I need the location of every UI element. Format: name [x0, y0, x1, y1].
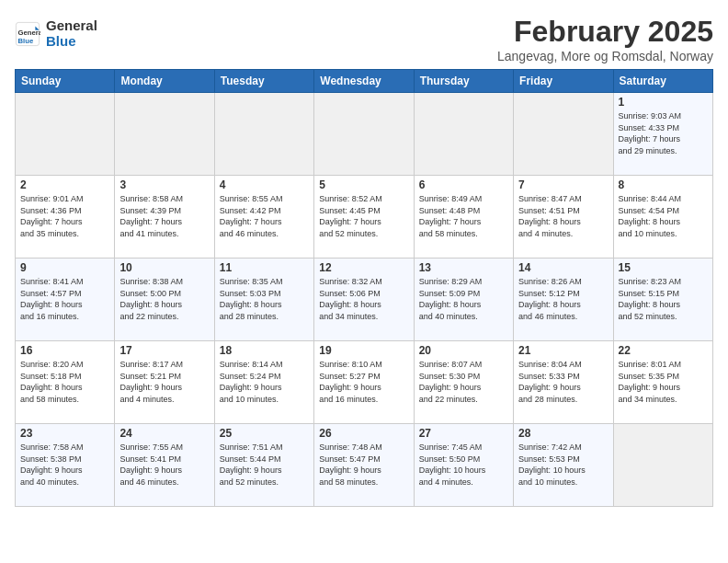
day-number: 4 [220, 178, 309, 191]
calendar-table: SundayMondayTuesdayWednesdayThursdayFrid… [15, 69, 713, 507]
day-info: Sunrise: 8:32 AM Sunset: 5:06 PM Dayligh… [319, 276, 408, 322]
day-info: Sunrise: 8:41 AM Sunset: 4:57 PM Dayligh… [20, 276, 109, 322]
svg-text:Blue: Blue [18, 36, 34, 44]
day-info: Sunrise: 7:58 AM Sunset: 5:38 PM Dayligh… [20, 442, 109, 488]
day-number: 21 [518, 344, 608, 357]
day-number: 3 [119, 178, 209, 191]
day-number: 2 [20, 178, 109, 191]
day-number: 10 [119, 261, 209, 274]
calendar-cell: 25Sunrise: 7:51 AM Sunset: 5:44 PM Dayli… [214, 424, 313, 507]
day-number: 6 [419, 178, 508, 191]
day-info: Sunrise: 8:49 AM Sunset: 4:48 PM Dayligh… [419, 193, 508, 239]
day-info: Sunrise: 7:51 AM Sunset: 5:44 PM Dayligh… [220, 442, 309, 488]
calendar-cell [514, 93, 613, 176]
calendar-cell: 8Sunrise: 8:44 AM Sunset: 4:54 PM Daylig… [613, 176, 712, 259]
day-number: 12 [319, 261, 408, 274]
day-info: Sunrise: 8:23 AM Sunset: 5:15 PM Dayligh… [619, 276, 708, 322]
day-number: 22 [619, 344, 708, 357]
calendar-cell: 1Sunrise: 9:03 AM Sunset: 4:33 PM Daylig… [613, 93, 712, 176]
calendar-cell: 22Sunrise: 8:01 AM Sunset: 5:35 PM Dayli… [613, 341, 712, 424]
calendar-cell: 12Sunrise: 8:32 AM Sunset: 5:06 PM Dayli… [314, 259, 414, 341]
day-number: 26 [319, 427, 408, 440]
weekday-header-wednesday: Wednesday [314, 70, 414, 93]
day-info: Sunrise: 8:20 AM Sunset: 5:18 PM Dayligh… [20, 359, 109, 405]
location-subtitle: Langevag, More og Romsdal, Norway [497, 49, 713, 63]
day-info: Sunrise: 8:52 AM Sunset: 4:45 PM Dayligh… [319, 193, 408, 239]
day-info: Sunrise: 8:58 AM Sunset: 4:39 PM Dayligh… [119, 193, 209, 239]
calendar-cell: 6Sunrise: 8:49 AM Sunset: 4:48 PM Daylig… [414, 176, 513, 259]
calendar-cell: 20Sunrise: 8:07 AM Sunset: 5:30 PM Dayli… [414, 341, 513, 424]
calendar-cell [613, 424, 712, 507]
day-info: Sunrise: 8:38 AM Sunset: 5:00 PM Dayligh… [119, 276, 209, 322]
day-number: 25 [220, 427, 309, 440]
day-info: Sunrise: 8:35 AM Sunset: 5:03 PM Dayligh… [220, 276, 309, 322]
weekday-header-monday: Monday [115, 70, 214, 93]
calendar-cell: 24Sunrise: 7:55 AM Sunset: 5:41 PM Dayli… [115, 424, 214, 507]
day-number: 9 [20, 261, 109, 274]
day-number: 24 [119, 427, 209, 440]
day-info: Sunrise: 7:45 AM Sunset: 5:50 PM Dayligh… [419, 442, 508, 488]
day-info: Sunrise: 7:48 AM Sunset: 5:47 PM Dayligh… [319, 442, 408, 488]
day-info: Sunrise: 8:10 AM Sunset: 5:27 PM Dayligh… [319, 359, 408, 405]
calendar-cell: 10Sunrise: 8:38 AM Sunset: 5:00 PM Dayli… [115, 259, 214, 341]
weekday-header-tuesday: Tuesday [214, 70, 313, 93]
calendar-body: 1Sunrise: 9:03 AM Sunset: 4:33 PM Daylig… [16, 93, 713, 507]
day-number: 17 [119, 344, 209, 357]
day-info: Sunrise: 9:01 AM Sunset: 4:36 PM Dayligh… [20, 193, 109, 239]
day-number: 8 [619, 178, 708, 191]
day-number: 5 [319, 178, 408, 191]
day-number: 18 [220, 344, 309, 357]
calendar-week-5: 23Sunrise: 7:58 AM Sunset: 5:38 PM Dayli… [16, 424, 713, 507]
day-number: 20 [419, 344, 508, 357]
calendar-cell [115, 93, 214, 176]
calendar-cell: 16Sunrise: 8:20 AM Sunset: 5:18 PM Dayli… [16, 341, 115, 424]
day-number: 13 [419, 261, 508, 274]
calendar-cell: 14Sunrise: 8:26 AM Sunset: 5:12 PM Dayli… [514, 259, 613, 341]
logo-general: General [46, 17, 97, 33]
calendar-cell: 4Sunrise: 8:55 AM Sunset: 4:42 PM Daylig… [214, 176, 313, 259]
calendar-cell [16, 93, 115, 176]
calendar-week-2: 2Sunrise: 9:01 AM Sunset: 4:36 PM Daylig… [16, 176, 713, 259]
calendar-cell [314, 93, 414, 176]
calendar-cell: 2Sunrise: 9:01 AM Sunset: 4:36 PM Daylig… [16, 176, 115, 259]
calendar-cell: 27Sunrise: 7:45 AM Sunset: 5:50 PM Dayli… [414, 424, 513, 507]
calendar-cell: 11Sunrise: 8:35 AM Sunset: 5:03 PM Dayli… [214, 259, 313, 341]
weekday-header-friday: Friday [514, 70, 613, 93]
calendar-cell: 3Sunrise: 8:58 AM Sunset: 4:39 PM Daylig… [115, 176, 214, 259]
calendar-week-1: 1Sunrise: 9:03 AM Sunset: 4:33 PM Daylig… [16, 93, 713, 176]
calendar-cell: 13Sunrise: 8:29 AM Sunset: 5:09 PM Dayli… [414, 259, 513, 341]
calendar-cell: 17Sunrise: 8:17 AM Sunset: 5:21 PM Dayli… [115, 341, 214, 424]
weekday-header-row: SundayMondayTuesdayWednesdayThursdayFrid… [16, 70, 713, 93]
calendar-week-3: 9Sunrise: 8:41 AM Sunset: 4:57 PM Daylig… [16, 259, 713, 341]
month-title: February 2025 [497, 15, 713, 49]
calendar-cell: 9Sunrise: 8:41 AM Sunset: 4:57 PM Daylig… [16, 259, 115, 341]
day-number: 1 [619, 96, 708, 109]
day-info: Sunrise: 8:26 AM Sunset: 5:12 PM Dayligh… [518, 276, 608, 322]
calendar-cell: 28Sunrise: 7:42 AM Sunset: 5:53 PM Dayli… [514, 424, 613, 507]
calendar-cell: 26Sunrise: 7:48 AM Sunset: 5:47 PM Dayli… [314, 424, 414, 507]
logo-icon: General Blue [15, 21, 40, 47]
weekday-header-thursday: Thursday [414, 70, 513, 93]
day-number: 14 [518, 261, 608, 274]
weekday-header-saturday: Saturday [613, 70, 712, 93]
calendar-cell: 7Sunrise: 8:47 AM Sunset: 4:51 PM Daylig… [514, 176, 613, 259]
day-number: 7 [518, 178, 608, 191]
calendar-week-4: 16Sunrise: 8:20 AM Sunset: 5:18 PM Dayli… [16, 341, 713, 424]
day-info: Sunrise: 7:42 AM Sunset: 5:53 PM Dayligh… [518, 442, 608, 488]
logo-blue: Blue [46, 33, 76, 49]
day-info: Sunrise: 8:44 AM Sunset: 4:54 PM Dayligh… [619, 193, 708, 239]
day-number: 16 [20, 344, 109, 357]
calendar-cell: 18Sunrise: 8:14 AM Sunset: 5:24 PM Dayli… [214, 341, 313, 424]
day-number: 27 [419, 427, 508, 440]
day-number: 19 [319, 344, 408, 357]
day-info: Sunrise: 8:29 AM Sunset: 5:09 PM Dayligh… [419, 276, 508, 322]
day-number: 28 [518, 427, 608, 440]
day-info: Sunrise: 8:04 AM Sunset: 5:33 PM Dayligh… [518, 359, 608, 405]
day-info: Sunrise: 8:14 AM Sunset: 5:24 PM Dayligh… [220, 359, 309, 405]
day-info: Sunrise: 7:55 AM Sunset: 5:41 PM Dayligh… [119, 442, 209, 488]
day-number: 15 [619, 261, 708, 274]
weekday-header-sunday: Sunday [16, 70, 115, 93]
calendar-cell [414, 93, 513, 176]
day-info: Sunrise: 9:03 AM Sunset: 4:33 PM Dayligh… [619, 110, 708, 156]
calendar-cell: 23Sunrise: 7:58 AM Sunset: 5:38 PM Dayli… [16, 424, 115, 507]
